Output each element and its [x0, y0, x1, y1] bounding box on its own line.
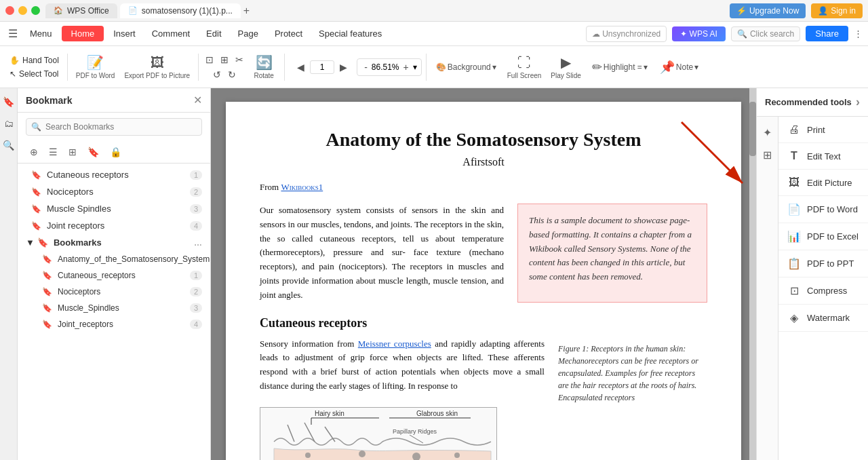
hamburger-icon[interactable]: ☰ [5, 24, 20, 43]
right-panel-chevron[interactable]: › [856, 95, 860, 109]
more-icon[interactable]: ⋮ [854, 28, 863, 39]
menu-item-menu[interactable]: Menu [23, 26, 59, 41]
right-tool-watermark[interactable]: ◈ Watermark [778, 305, 868, 332]
signin-button[interactable]: 👤 Sign in [811, 3, 863, 18]
right-tool-watermark-label: Watermark [807, 313, 850, 323]
tab-bar: 🏠 WPS Office 📄 somatosensory (1)(1).p...… [45, 3, 724, 18]
right-tool-pdf-word[interactable]: 📄 PDF to Word [778, 196, 868, 223]
scroll-thumb[interactable] [749, 102, 756, 156]
right-tool-pdf-excel[interactable]: 📊 PDF to Excel [778, 223, 868, 250]
minimize-button[interactable] [18, 6, 27, 15]
search-input-icon: 🔍 [31, 122, 41, 132]
bookmark-item-cutaneous[interactable]: 🔖 Cutaneous receptors 1 [18, 166, 210, 183]
pdf-word-right-icon: 📄 [787, 203, 802, 216]
rotate-tool[interactable]: 🔄 Rotate [248, 52, 280, 82]
sub-item-noci[interactable]: 🔖 Nociceptors 2 [18, 284, 210, 300]
next-page-btn[interactable]: ▶ [337, 60, 350, 74]
bookmark-label-joint: Joint receptors [47, 221, 104, 231]
zoom-dropdown-icon[interactable]: ▾ [413, 62, 417, 72]
background-tool[interactable]: 🎨 Background ▾ [431, 60, 502, 75]
app-tab[interactable]: 🏠 WPS Office [45, 3, 117, 18]
svg-point-10 [305, 453, 311, 458]
fit-width-btn[interactable]: ⊞ [218, 53, 231, 66]
collapse-btn[interactable]: 🔒 [106, 144, 125, 160]
scrollbar[interactable] [749, 88, 756, 460]
grid-view-btn[interactable]: ⊞ [64, 144, 81, 160]
bookmark-item-muscle[interactable]: 🔖 Muscle Spindles 3 [18, 200, 210, 217]
bookmark-strip-icon[interactable]: 🔖 [0, 94, 17, 110]
play-label: Play Slide [551, 72, 580, 79]
sub-item-muscle[interactable]: 🔖 Muscle_Spindles 3 [18, 300, 210, 316]
bookmark-group-header[interactable]: ▼ 🔖 Bookmarks … [18, 234, 210, 251]
bookmark-search-input[interactable] [26, 118, 202, 136]
user-icon: 👤 [818, 6, 828, 16]
right-tool-edit-text[interactable]: T Edit Text [778, 143, 868, 170]
zoom-out-btn[interactable]: - [361, 60, 370, 74]
new-tab-button[interactable]: + [243, 5, 250, 17]
menu-item-protect[interactable]: Protect [268, 26, 309, 41]
right-tool-edit-picture[interactable]: 🖼 Edit Picture [778, 170, 868, 196]
sub-icon-muscle: 🔖 [42, 303, 52, 313]
upgrade-button[interactable]: ⚡ Upgrade Now [730, 3, 806, 18]
menu-item-page[interactable]: Page [231, 26, 265, 41]
main-area: 🔖 🗂 🔍 Bookmark ✕ 🔍 ⊕ ☰ ⊞ 🔖 🔒 🔖 Cutaneous… [0, 88, 868, 460]
rot-ccw-btn[interactable]: ↺ [210, 68, 224, 81]
sync-status[interactable]: ☁ Unsynchronized [586, 26, 667, 42]
page-nav: ◀ ▶ [289, 60, 355, 74]
maximize-button[interactable] [31, 6, 40, 15]
highlight-tool[interactable]: ✏ Highlight = ▾ [587, 57, 653, 77]
fullscreen-tool[interactable]: ⛶ Full Screen [503, 52, 546, 82]
note-tool[interactable]: 📌 Note ▾ [654, 57, 704, 77]
pdf-figure-caption: Figure 1: Receptors in the human skin: M… [558, 343, 707, 404]
share-button[interactable]: Share [806, 26, 848, 41]
page-number-input[interactable] [310, 60, 334, 74]
menu-item-edit[interactable]: Edit [199, 26, 228, 41]
sub-item-cutaneous[interactable]: 🔖 Cutaneous_receptors 1 [18, 267, 210, 284]
bookmark-item-noci[interactable]: 🔖 Nociceptors 2 [18, 183, 210, 200]
right-tool-pdf-ppt[interactable]: 📋 PDF to PPT [778, 250, 868, 277]
fit-page-btn[interactable]: ⊡ [203, 53, 216, 66]
bookmark-flag-btn[interactable]: 🔖 [83, 144, 103, 160]
sub-item-joint[interactable]: 🔖 Joint_receptors 4 [18, 316, 210, 332]
search-box[interactable]: 🔍 Click search [731, 26, 800, 41]
play-slide-tool[interactable]: ▶ Play Slide [547, 52, 585, 82]
separator-1 [67, 54, 68, 81]
menu-item-comment[interactable]: Comment [145, 26, 197, 41]
sub-item-anatomy[interactable]: 🔖 Anatomy_of_the_Somatosensory_System 1 [18, 251, 210, 267]
pdf-wiki-link[interactable]: Wikibooks1 [281, 182, 323, 192]
rotate-icon: 🔄 [256, 54, 273, 71]
doc-tab[interactable]: 📄 somatosensory (1)(1).p... [120, 3, 241, 18]
right-tool-pdf-word-label: PDF to Word [807, 204, 858, 214]
pdf-meissner-link[interactable]: Meissner corpuscles [358, 339, 431, 349]
thumbnail-strip-icon[interactable]: 🗂 [1, 115, 16, 132]
zoom-in-btn[interactable]: + [401, 60, 412, 74]
right-tool-print[interactable]: 🖨 Print [778, 117, 868, 143]
menu-item-insert[interactable]: Insert [106, 26, 142, 41]
hand-tool[interactable]: ✋ Hand Tool [5, 54, 63, 66]
prev-page-btn[interactable]: ◀ [294, 60, 307, 74]
close-button[interactable] [5, 6, 14, 15]
crop-btn[interactable]: ✂ [233, 53, 246, 66]
wps-ai-button[interactable]: ✦ WPS AI [672, 26, 726, 41]
pdf-to-word-tool[interactable]: 📝 PDF to Word [72, 52, 119, 82]
pdf-section-title: Cutaneous receptors [260, 316, 707, 330]
select-tool[interactable]: ↖ Select Tool [5, 68, 63, 80]
cursor-icon: ↖ [9, 69, 16, 79]
right-tool-compress[interactable]: ⊡ Compress [778, 277, 868, 305]
add-bookmark-btn[interactable]: ⊕ [26, 144, 42, 160]
sidebar-close-button[interactable]: ✕ [193, 94, 202, 107]
home-button[interactable]: Home [62, 26, 104, 41]
search-strip-icon[interactable]: 🔍 [0, 137, 17, 153]
rot-cw-btn[interactable]: ↻ [225, 68, 239, 81]
menu-item-special[interactable]: Special features [312, 26, 389, 41]
group-bookmark-icon: 🔖 [37, 237, 48, 248]
right-panel-icon-strip: ✦ ⊞ [757, 117, 778, 460]
rp-magic-icon[interactable]: ✦ [760, 122, 775, 143]
upgrade-label: Upgrade Now [749, 6, 799, 16]
bookmark-item-joint[interactable]: 🔖 Joint receptors 4 [18, 217, 210, 234]
sidebar: Bookmark ✕ 🔍 ⊕ ☰ ⊞ 🔖 🔒 🔖 Cutaneous recep… [18, 88, 211, 460]
export-pdf-tool[interactable]: 🖼 Export PDF to Picture [120, 52, 194, 82]
rp-grid-icon[interactable]: ⊞ [760, 145, 775, 166]
zoom-control[interactable]: - 86.51% + ▾ [357, 58, 422, 76]
list-view-btn[interactable]: ☰ [45, 144, 62, 160]
